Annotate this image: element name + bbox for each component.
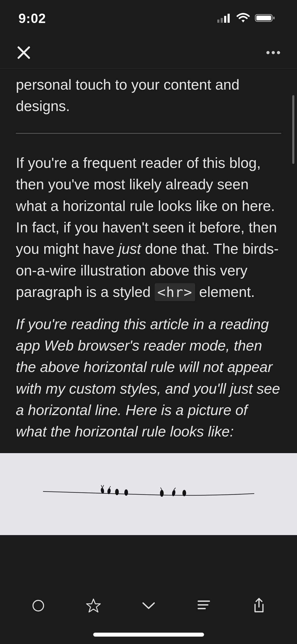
- share-icon: [252, 597, 266, 614]
- favorite-button[interactable]: [83, 595, 104, 616]
- svg-rect-2: [224, 16, 226, 23]
- horizontal-rule: [16, 133, 281, 134]
- svg-point-9: [266, 51, 270, 54]
- scroll-indicator[interactable]: [292, 95, 294, 164]
- svg-point-15: [124, 489, 128, 496]
- svg-point-19: [33, 600, 44, 611]
- wifi-icon: [236, 13, 250, 24]
- circle-icon: [32, 599, 45, 612]
- share-button[interactable]: [248, 595, 270, 616]
- status-indicators: [217, 13, 276, 24]
- svg-point-18: [182, 490, 186, 496]
- svg-rect-6: [273, 17, 275, 19]
- close-icon: [16, 45, 31, 60]
- svg-rect-1: [221, 18, 223, 23]
- paragraph-note: If you're reading this article in a read…: [16, 314, 281, 443]
- text-span: element.: [195, 284, 255, 300]
- status-time: 9:02: [18, 11, 46, 26]
- code-inline: <hr>: [155, 283, 195, 301]
- svg-rect-0: [217, 20, 219, 23]
- star-icon: [86, 598, 101, 613]
- more-icon: [265, 50, 281, 55]
- article-content[interactable]: personal touch to your content and desig…: [0, 69, 297, 535]
- list-button[interactable]: [193, 595, 214, 616]
- list-icon: [197, 600, 210, 612]
- more-options-button[interactable]: [263, 42, 284, 63]
- svg-point-10: [272, 51, 275, 54]
- top-toolbar: [0, 37, 297, 69]
- status-bar: 9:02: [0, 0, 297, 37]
- svg-rect-3: [228, 14, 230, 23]
- svg-point-11: [277, 51, 280, 54]
- home-indicator[interactable]: [93, 633, 204, 637]
- paragraph-main: If you're a frequent reader of this blog…: [16, 152, 281, 303]
- svg-point-12: [100, 487, 105, 494]
- chevron-down-icon: [141, 601, 156, 610]
- battery-icon: [255, 13, 276, 24]
- close-button[interactable]: [13, 42, 34, 63]
- paragraph-fragment: personal touch to your content and desig…: [16, 74, 281, 117]
- cellular-icon: [217, 13, 232, 24]
- text-emphasis: just: [118, 241, 141, 257]
- expand-button[interactable]: [138, 595, 159, 616]
- svg-point-14: [115, 489, 119, 495]
- birds-on-wire-illustration: [0, 453, 297, 535]
- svg-point-16: [160, 490, 164, 497]
- circle-button[interactable]: [28, 595, 49, 616]
- svg-rect-5: [256, 16, 271, 20]
